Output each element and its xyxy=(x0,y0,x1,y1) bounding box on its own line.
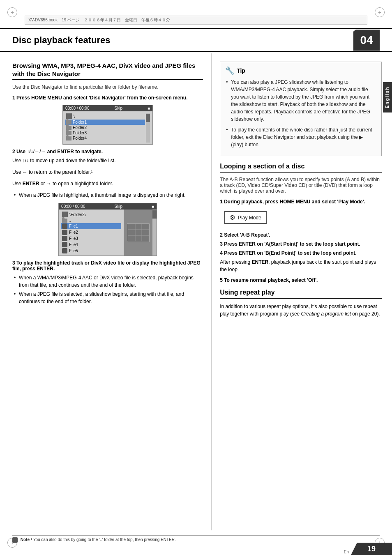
nav2-list: \Folder2\ .. File1 File2 xyxy=(59,210,124,256)
step2-label: 2 Use ↑/↓/←/→ and ENTER to navigate. xyxy=(12,149,203,154)
left-column: Browsing WMA, MP3, MPEG-4 AAC, DivX vide… xyxy=(0,53,212,530)
folder-icon-1 xyxy=(66,120,71,124)
loop-step4-sub: After pressing ENTER, playback jumps bac… xyxy=(220,258,382,273)
nav1-time: 00:00 / 00:00 xyxy=(65,106,89,111)
loop-step3: 3 Press ENTER on 'A(Start Point)' to set… xyxy=(220,241,382,247)
loop-step4: 4 Press ENTER on 'B(End Point)' to set t… xyxy=(220,250,382,273)
nav-screen-2-header: 00:00 / 00:00 Skip ■ xyxy=(59,203,157,210)
play-mode-icon: ⚙ xyxy=(230,214,235,221)
thumbnail-svg xyxy=(128,224,149,241)
folder-icon-3 xyxy=(66,131,71,135)
nav2-file2-icon xyxy=(62,230,67,235)
nav2-dotdot-label: .. xyxy=(69,218,71,223)
top-bar: XV-DV656.book 19 ページ ２００６年４月７日 金曜日 午後６時４… xyxy=(25,16,367,25)
nav2-root-icon xyxy=(62,212,68,217)
nav1-folder4: Folder4 xyxy=(65,136,145,141)
note-text: ¹ You can also do this by going to the '… xyxy=(31,537,176,542)
nav1-scrollbar xyxy=(146,113,150,143)
chapter-badge: 04 xyxy=(353,30,380,51)
nav2-file4: File4 xyxy=(61,242,121,248)
tip-bullet-1: You can also play a JPEG slideshow while… xyxy=(225,78,376,123)
reg-mark-tl xyxy=(7,7,17,17)
nav2-file3-label: File3 xyxy=(69,236,78,241)
repeat-italic: Creating a program list xyxy=(301,311,351,317)
loop-step2-label: 2 Select 'A-B Repeat'. xyxy=(220,232,382,238)
nav1-folder3-label: Folder3 xyxy=(73,131,87,135)
step2-bullet: When a JPEG file is highlighted, a thumb… xyxy=(12,191,203,199)
nav2-file1-icon xyxy=(62,223,67,229)
nav1-folder2: Folder2 xyxy=(65,125,145,130)
tip-bullet-2: To play the contents of the whole disc r… xyxy=(225,126,376,148)
svg-rect-0 xyxy=(128,224,149,241)
step2-text2: Use ← to return to the parent folder.¹ xyxy=(12,168,203,176)
nav2-file2-label: File2 xyxy=(69,230,78,235)
note-bar: Note ¹ You can also do this by going to … xyxy=(12,535,380,543)
nav2-file1: File1 xyxy=(61,223,121,229)
step-1: 1 Press HOME MENU and select 'Disc Navig… xyxy=(12,95,203,101)
play-mode-badge: ⚙ Play Mode xyxy=(224,211,267,224)
nav1-folder2-label: Folder2 xyxy=(73,125,87,130)
note-label: Note xyxy=(12,537,31,542)
tip-title: Tip xyxy=(237,67,245,74)
folder-icon-4 xyxy=(66,136,71,140)
step-2: 2 Use ↑/↓/←/→ and ENTER to navigate. Use… xyxy=(12,149,203,199)
loop-step1-label: 1 During playback, press HOME MENU and s… xyxy=(220,199,382,205)
loop-step5-label: 5 To resume normal playback, select 'Off… xyxy=(220,277,382,283)
nav-screen-1-header: 00:00 / 00:00 Skip ■ xyxy=(63,105,152,111)
nav1-root-label: \ xyxy=(74,114,75,119)
nav2-dotdot: .. xyxy=(61,218,121,223)
nav2-file3: File3 xyxy=(61,235,121,242)
nav2-file5-icon xyxy=(62,248,67,253)
loop-step3-label: 3 Press ENTER on 'A(Start Point)' to set… xyxy=(220,241,382,247)
nav1-root-icon xyxy=(66,113,72,119)
header-section: Disc playback features 04 xyxy=(0,28,392,52)
nav2-path-label: \Folder2\ xyxy=(69,212,85,217)
note-icon xyxy=(12,537,18,543)
nav2-time: 00:00 / 00:00 xyxy=(61,204,85,209)
folder-icon-2 xyxy=(66,126,71,130)
right-column: 🔧 Tip You can also play a JPEG slideshow… xyxy=(212,53,392,530)
tip-icon: 🔧 xyxy=(225,66,234,75)
nav2-file5-label: File5 xyxy=(69,249,78,253)
loop-section: Looping a section of a disc The A-B Repe… xyxy=(220,163,382,283)
loop-step5: 5 To resume normal playback, select 'Off… xyxy=(220,277,382,283)
nav1-folder1-label: Folder1 xyxy=(73,120,87,124)
nav-screen-2-body: \Folder2\ .. File1 File2 xyxy=(59,210,157,256)
nav-screen-2: 00:00 / 00:00 Skip ■ \Folder2\ .. xyxy=(58,203,157,256)
nav1-list: \ Folder1 Folder2 Folder3 xyxy=(65,113,145,143)
nav2-file3-icon xyxy=(62,236,67,241)
reg-mark-tr xyxy=(375,7,385,17)
repeat-section: Using repeat play In addition to various… xyxy=(220,289,382,318)
play-mode-container: ⚙ Play Mode xyxy=(224,208,382,227)
nav1-skip: Skip xyxy=(115,106,122,111)
step3-bullet1: When a WMA/MP3/MPEG-4 AAC or DivX video … xyxy=(12,274,203,289)
nav2-file5: File5 xyxy=(61,248,121,254)
step2-text3: Use ENTER or → to open a highlighted fol… xyxy=(12,180,203,187)
browsing-heading: Browsing WMA, MP3, MPEG-4 AAC, DivX vide… xyxy=(12,62,203,80)
nav1-indicator: ■ xyxy=(148,106,150,111)
nav2-dotdot-icon xyxy=(62,219,67,223)
nav2-file4-icon xyxy=(62,242,67,247)
nav1-folder1: Folder1 xyxy=(65,120,145,125)
loop-step2: 2 Select 'A-B Repeat'. xyxy=(220,232,382,238)
nav2-scrollbar xyxy=(152,210,157,256)
tip-header: 🔧 Tip xyxy=(225,66,376,75)
step2-enter-bold: ENTER xyxy=(23,181,39,187)
nav2-indicator: ■ xyxy=(152,204,154,209)
loop-sub: The A-B Repeat function allows you to sp… xyxy=(220,177,382,194)
top-bar-text: XV-DV656.book 19 ページ ２００６年４月７日 金曜日 午後６時４… xyxy=(28,17,170,23)
nav2-file1-label: File1 xyxy=(69,224,78,228)
enter-bold: ENTER xyxy=(252,259,269,265)
step2-text1: Use ↑/↓ to move up and down the folder/f… xyxy=(12,157,203,164)
repeat-heading: Using repeat play xyxy=(220,289,382,299)
loop-heading: Looping a section of a disc xyxy=(220,163,382,173)
main-content: Browsing WMA, MP3, MPEG-4 AAC, DivX vide… xyxy=(0,53,392,530)
nav2-skip: Skip xyxy=(115,204,122,209)
loop-step4-label: 4 Press ENTER on 'B(End Point)' to set t… xyxy=(220,250,382,256)
nav2-file2: File2 xyxy=(61,229,121,235)
nav2-thumbnail xyxy=(127,223,150,242)
nav2-path: \Folder2\ xyxy=(61,211,121,218)
tip-box: 🔧 Tip You can also play a JPEG slideshow… xyxy=(220,62,382,156)
step3-bullet2: When a JPEG file is selected, a slidesho… xyxy=(12,290,203,305)
nav1-root: \ xyxy=(65,113,145,120)
